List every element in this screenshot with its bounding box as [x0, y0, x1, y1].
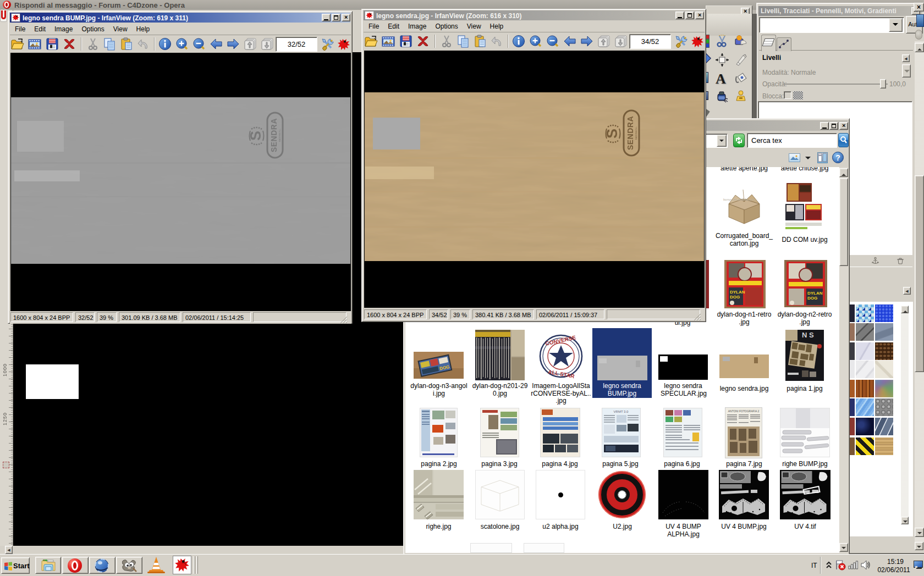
svg-text:ANTONI FOTOGRAFIA 2: ANTONI FOTOGRAFIA 2 — [728, 409, 760, 413]
svg-text:N S: N S — [802, 331, 814, 339]
svg-text:DOG: DOG — [807, 296, 817, 301]
svg-text:CONVERSE: CONVERSE — [545, 334, 577, 346]
svg-text:DYLAN: DYLAN — [807, 291, 823, 296]
svg-text:VRMT 3.0: VRMT 3.0 — [614, 410, 629, 413]
svg-text:DYLAN: DYLAN — [730, 290, 745, 295]
svg-text:bonyu.en.alibaba.com: bonyu.en.alibaba.com — [723, 198, 756, 201]
svg-text:DOG: DOG — [730, 295, 740, 300]
svg-text:ALL STAR: ALL STAR — [548, 369, 575, 379]
